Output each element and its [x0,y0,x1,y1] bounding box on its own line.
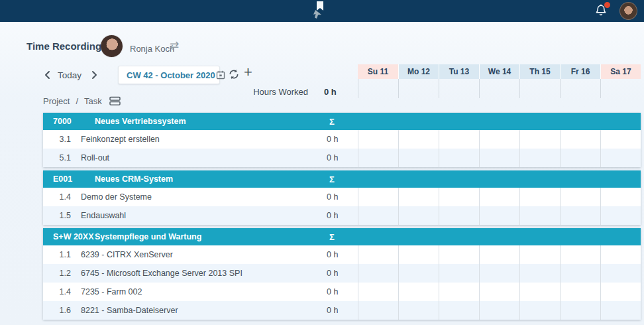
day-column-divider [358,79,398,98]
time-entry-cell[interactable] [439,130,479,149]
notification-bell-button[interactable] [592,3,610,20]
task-number: 1.4 [53,192,71,202]
time-entry-cell[interactable] [398,283,439,301]
add-entry-button[interactable]: + [244,65,252,80]
project-code: S+W 20XX [53,232,95,241]
project-group-header-pane: S+W 20XX Systempflege und Wartung Σ [43,228,358,245]
time-entry-cell[interactable] [479,245,519,264]
time-entry-cell[interactable] [358,283,398,301]
task-row[interactable]: 1.1 6239 - CITRX XenServer 0 h [43,245,641,264]
time-entry-cell[interactable] [479,206,519,225]
time-entry-cell[interactable] [560,206,600,225]
row-density-icon[interactable] [109,96,121,106]
task-name: Endauswahl [81,211,327,220]
time-entry-cell[interactable] [479,283,519,301]
time-entry-cell[interactable] [600,149,641,167]
task-row[interactable]: 5.1 Roll-out 0 h [43,149,641,167]
time-entry-cell[interactable] [479,130,519,149]
hours-worked-label: Hours Worked [225,87,308,97]
task-row[interactable]: 1.6 8221 - Samba-Dateiserver 0 h [43,301,641,320]
time-entry-cell[interactable] [519,130,560,149]
time-entry-cell[interactable] [398,149,439,167]
project-group-header[interactable]: S+W 20XX Systempflege und Wartung Σ [43,228,641,245]
project-group-header-pane: E001 Neues CRM-System Σ [43,170,358,188]
time-entry-cell[interactable] [398,301,439,320]
time-entry-cell[interactable] [600,283,641,301]
selected-user-avatar[interactable] [101,35,123,57]
time-entry-cell[interactable] [600,188,641,206]
task-row[interactable]: 1.4 7235 - Farm 002 0 h [43,283,641,301]
task-name: 6745 - Microsoft Exchange Server 2013 SP… [81,269,327,278]
time-entry-cell[interactable] [560,264,600,283]
time-entry-cell[interactable] [519,206,560,225]
time-entry-cell[interactable] [519,283,560,301]
time-entry-cell[interactable] [439,301,479,320]
switch-user-icon[interactable]: ⇄ [170,40,179,51]
time-entry-cell[interactable] [439,206,479,225]
time-entry-cell[interactable] [398,188,439,206]
time-entry-cell[interactable] [600,245,641,264]
today-button[interactable]: Today [58,70,81,80]
refresh-icon[interactable] [228,68,240,80]
week-picker[interactable]: CW 42 - October 2020 [118,66,220,84]
time-entry-cell[interactable] [358,188,398,206]
time-entry-cell[interactable] [560,301,600,320]
task-row[interactable]: 1.4 Demo der Systeme 0 h [43,188,641,206]
next-week-button[interactable] [88,69,100,81]
top-bar [0,0,644,22]
task-row[interactable]: 1.2 6745 - Microsoft Exchange Server 201… [43,264,641,283]
time-entry-cell[interactable] [519,149,560,167]
time-entry-cell[interactable] [358,130,398,149]
time-entry-cell[interactable] [398,130,439,149]
task-hours-total: 0 h [327,269,358,278]
task-row-pane: 1.4 7235 - Farm 002 0 h [43,283,358,301]
day-header-row: Su 11 Mo 12 Tu 13 We 14 Th 15 Fr 16 Sa 1… [358,64,641,79]
time-entry-cell[interactable] [358,206,398,225]
task-row-pane: 1.1 6239 - CITRX XenServer 0 h [43,245,358,264]
time-entry-cell[interactable] [479,264,519,283]
task-hours-total: 0 h [327,211,358,220]
time-entry-cell[interactable] [479,188,519,206]
project-group-header[interactable]: 7000 Neues Vertriebssystem Σ [43,113,641,130]
time-entry-cell[interactable] [560,188,600,206]
task-day-grid [358,130,641,149]
previous-week-button[interactable] [42,69,54,81]
user-avatar[interactable] [619,2,637,20]
time-entry-cell[interactable] [519,245,560,264]
time-entry-cell[interactable] [560,130,600,149]
time-entry-cell[interactable] [479,301,519,320]
page-title: Time Recording [27,40,101,52]
day-header-label: We 14 [488,67,511,76]
time-entry-cell[interactable] [439,188,479,206]
time-entry-cell[interactable] [600,130,641,149]
task-number: 3.1 [53,135,71,144]
time-entry-cell[interactable] [600,206,641,225]
time-entry-cell[interactable] [358,264,398,283]
time-entry-cell[interactable] [519,188,560,206]
time-entry-cell[interactable] [398,245,439,264]
time-entry-cell[interactable] [358,149,398,167]
time-entry-cell[interactable] [439,149,479,167]
project-code: 7000 [53,117,95,126]
time-entry-cell[interactable] [560,149,600,167]
time-entry-cell[interactable] [600,264,641,283]
time-entry-cell[interactable] [358,245,398,264]
time-entry-cell[interactable] [398,264,439,283]
time-entry-cell[interactable] [479,149,519,167]
time-entry-cell[interactable] [398,206,439,225]
time-entry-cell[interactable] [439,264,479,283]
time-entry-cell[interactable] [358,301,398,320]
task-row[interactable]: 1.5 Endauswahl 0 h [43,206,641,225]
task-row[interactable]: 3.1 Feinkonzept erstellen 0 h [43,130,641,149]
time-entry-cell[interactable] [560,283,600,301]
time-entry-cell[interactable] [519,264,560,283]
time-entry-cell[interactable] [600,301,641,320]
project-group-header[interactable]: E001 Neues CRM-System Σ [43,170,641,188]
time-entry-cell[interactable] [439,245,479,264]
time-entry-cell[interactable] [439,283,479,301]
time-entry-cell[interactable] [560,245,600,264]
notification-badge [604,2,610,8]
task-name: 8221 - Samba-Dateiserver [81,306,327,315]
sum-symbol: Σ [329,117,358,127]
time-entry-cell[interactable] [519,301,560,320]
